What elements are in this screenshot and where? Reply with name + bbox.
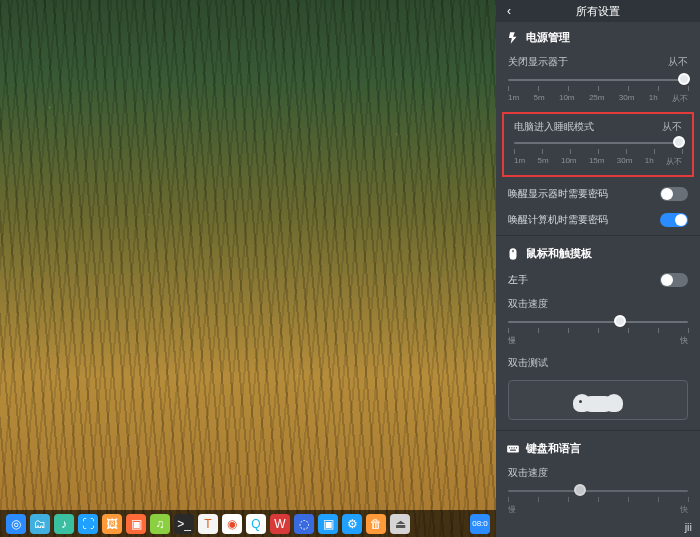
repeat-speed-min: 慢: [508, 504, 516, 515]
mouse-icon: [506, 247, 520, 261]
sleep-value: 从不: [662, 120, 682, 134]
section-power-label: 电源管理: [526, 30, 570, 45]
svg-rect-0: [507, 445, 519, 452]
svg-rect-2: [511, 447, 512, 448]
double-click-min: 慢: [508, 335, 516, 346]
repeat-speed-row: 双击速度: [496, 462, 700, 484]
dock-tray[interactable]: 08:0: [470, 514, 490, 534]
wake-pc-password-switch[interactable]: [660, 213, 688, 227]
double-test-row: 双击测试: [496, 352, 700, 374]
display-off-slider[interactable]: 1m5m10m25m30m1h从不: [496, 73, 700, 110]
back-icon[interactable]: ‹: [502, 4, 516, 18]
section-power: 电源管理: [496, 22, 700, 51]
double-click-tester[interactable]: [508, 380, 688, 420]
sleep-label: 电脑进入睡眠模式: [514, 120, 594, 134]
wake-pc-password-label: 唤醒计算机时需要密码: [508, 213, 608, 227]
panel-title: 所有设置: [576, 4, 620, 19]
wake-display-password-switch[interactable]: [660, 187, 688, 201]
keyboard-icon: [506, 442, 520, 456]
dock: ◎🗂♪⛶🖼▣♫>_T◉QW◌▣⚙🗑⏏08:0: [0, 510, 496, 537]
divider: [496, 430, 700, 431]
display-off-row: 关闭显示器于 从不: [496, 51, 700, 73]
version-hint: jii: [496, 521, 700, 533]
double-click-speed-row: 双击速度: [496, 293, 700, 315]
dock-loading[interactable]: ◌: [294, 514, 314, 534]
divider: [496, 235, 700, 236]
double-test-label: 双击测试: [508, 356, 548, 370]
section-mouse: 鼠标和触摸板: [496, 238, 700, 267]
wake-pc-password-row: 唤醒计算机时需要密码: [496, 207, 700, 233]
dock-control[interactable]: ⚙: [342, 514, 362, 534]
section-keyboard: 键盘和语言: [496, 433, 700, 462]
wake-display-password-label: 唤醒显示器时需要密码: [508, 187, 608, 201]
double-click-speed-label: 双击速度: [508, 297, 548, 311]
cat-icon: [571, 386, 625, 414]
left-hand-row: 左手: [496, 267, 700, 293]
section-keyboard-label: 键盘和语言: [526, 441, 581, 456]
display-off-value: 从不: [668, 55, 688, 69]
highlight-box: 电脑进入睡眠模式 从不 1m5m10m15m30m1h从不: [502, 112, 694, 177]
settings-panel: ‹ 所有设置 电源管理 关闭显示器于 从不 1m5m10m25m30m1h从不 …: [496, 0, 700, 537]
svg-rect-1: [509, 447, 510, 448]
desktop-wallpaper: [0, 0, 496, 537]
repeat-speed-slider[interactable]: 慢 快: [496, 484, 700, 521]
sleep-row: 电脑进入睡眠模式 从不: [508, 118, 688, 136]
repeat-speed-label: 双击速度: [508, 466, 548, 480]
svg-rect-4: [516, 447, 517, 448]
dock-files[interactable]: 🗂: [30, 514, 50, 534]
dock-text[interactable]: T: [198, 514, 218, 534]
sleep-slider[interactable]: 1m5m10m15m30m1h从不: [508, 136, 688, 169]
double-click-max: 快: [680, 335, 688, 346]
display-off-label: 关闭显示器于: [508, 55, 568, 69]
dock-music-1[interactable]: ♪: [54, 514, 74, 534]
repeat-speed-max: 快: [680, 504, 688, 515]
svg-rect-3: [514, 447, 515, 448]
section-mouse-label: 鼠标和触摸板: [526, 246, 592, 261]
dock-image[interactable]: 🖼: [102, 514, 122, 534]
dock-launcher[interactable]: ◎: [6, 514, 26, 534]
left-hand-label: 左手: [508, 273, 528, 287]
dock-music-2[interactable]: ♫: [150, 514, 170, 534]
svg-rect-5: [510, 449, 516, 450]
dock-store[interactable]: ⛶: [78, 514, 98, 534]
double-click-slider[interactable]: 慢 快: [496, 315, 700, 352]
dock-chrome[interactable]: ◉: [222, 514, 242, 534]
dock-eject[interactable]: ⏏: [390, 514, 410, 534]
wake-display-password-row: 唤醒显示器时需要密码: [496, 181, 700, 207]
panel-header: ‹ 所有设置: [496, 0, 700, 22]
dock-video[interactable]: ▣: [126, 514, 146, 534]
dock-trash[interactable]: 🗑: [366, 514, 386, 534]
left-hand-switch[interactable]: [660, 273, 688, 287]
dock-qq[interactable]: Q: [246, 514, 266, 534]
dock-wps[interactable]: W: [270, 514, 290, 534]
dock-terminal[interactable]: >_: [174, 514, 194, 534]
bolt-icon: [506, 31, 520, 45]
dock-screenshot[interactable]: ▣: [318, 514, 338, 534]
